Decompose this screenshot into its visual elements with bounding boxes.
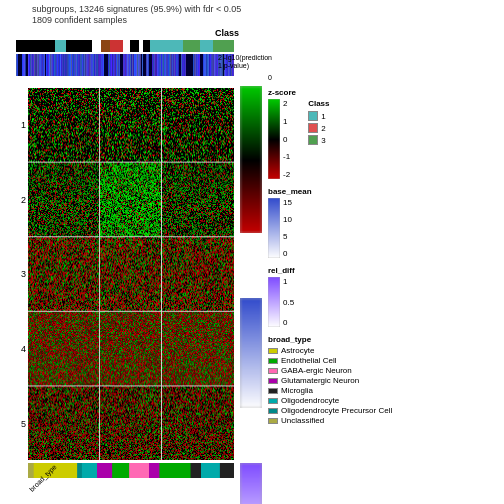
class-legend: Class 1 2 3: [308, 99, 329, 179]
class-color-2: [308, 123, 318, 133]
class-legend-item-3: 3: [308, 135, 329, 145]
broad-type-bar: [28, 463, 234, 478]
reldiff-legend-bar: [268, 277, 280, 327]
sidebar-scales: [240, 86, 262, 483]
broadtype-item-opc: Oligodendrocyte Precursor Cell: [268, 406, 428, 415]
page-subtitle: 1809 confident samples: [32, 15, 127, 25]
reldiff-legend-title: rel_diff: [268, 266, 428, 275]
class-color-1: [308, 111, 318, 121]
reldiff-legend: rel_diff 1 0.5 0: [268, 266, 428, 327]
class-legend-title: Class: [308, 99, 329, 108]
y-label-5: 5: [16, 419, 28, 429]
zscore-legend-title: z-score: [268, 88, 428, 97]
main-heatmap: [28, 88, 234, 461]
rel-diff-scale-bar: [240, 463, 262, 504]
broadtype-item-astrocyte: Astrocyte: [268, 346, 428, 355]
broadtype-item-endothelial: Endothelial Cell: [268, 356, 428, 365]
class-label-3: 3: [321, 136, 325, 145]
class-label-2: 2: [321, 124, 325, 133]
broadtype-item-microglia: Microglia: [268, 386, 428, 395]
broadtype-legend-title: broad_type: [268, 335, 428, 344]
zscore-scale-bar: [240, 86, 262, 233]
class-color-3: [308, 135, 318, 145]
broadtype-legend: broad_type Astrocyte Endothelial Cell GA…: [268, 335, 428, 426]
y-label-3: 3: [16, 269, 28, 279]
broadtype-item-oligo: Oligodendrocyte: [268, 396, 428, 405]
class-label: Class: [215, 28, 239, 38]
legend-area: z-score 2 1 0 -1 -2 Class: [268, 28, 428, 483]
base-mean-scale-bar: [240, 298, 262, 408]
fdr-bar: [16, 54, 234, 76]
y-axis: [2, 28, 16, 483]
title-area: subgroups, 13246 signatures (95.9%) with…: [2, 4, 502, 14]
reldiff-scale-labels: 1 0.5 0: [283, 277, 294, 327]
y-label-1: 1: [16, 120, 28, 130]
page-container: subgroups, 13246 signatures (95.9%) with…: [0, 0, 504, 504]
zscore-scale-labels: 2 1 0 -1 -2: [283, 99, 290, 179]
y-label-4: 4: [16, 344, 28, 354]
basemean-legend: base_mean 15 10 5 0: [268, 187, 428, 258]
fdr-zero-label: 0: [268, 74, 272, 81]
zscore-legend-bar: [268, 99, 280, 179]
class-bar: [16, 40, 234, 52]
basemean-legend-title: base_mean: [268, 187, 428, 196]
y-labels-column: 1 2 3 4 5: [16, 88, 28, 461]
class-legend-item-1: 1: [308, 111, 329, 121]
broadtype-item-unclass: Unclassified: [268, 416, 428, 425]
zscore-legend: z-score 2 1 0 -1 -2 Class: [268, 88, 428, 179]
basemean-legend-bar: [268, 198, 280, 258]
y-label-2: 2: [16, 195, 28, 205]
basemean-scale-labels: 15 10 5 0: [283, 198, 292, 258]
page-title: subgroups, 13246 signatures (95.9%) with…: [32, 4, 241, 14]
subtitle-area: 1809 confident samples: [2, 15, 502, 25]
class-legend-item-2: 2: [308, 123, 329, 133]
class-label-1: 1: [321, 112, 325, 121]
fdr-label: 2 -lg10(prediction 1 p-value): [218, 54, 272, 71]
broadtype-item-glut: Glutamatergic Neuron: [268, 376, 428, 385]
broadtype-item-gaba: GABA-ergic Neuron: [268, 366, 428, 375]
